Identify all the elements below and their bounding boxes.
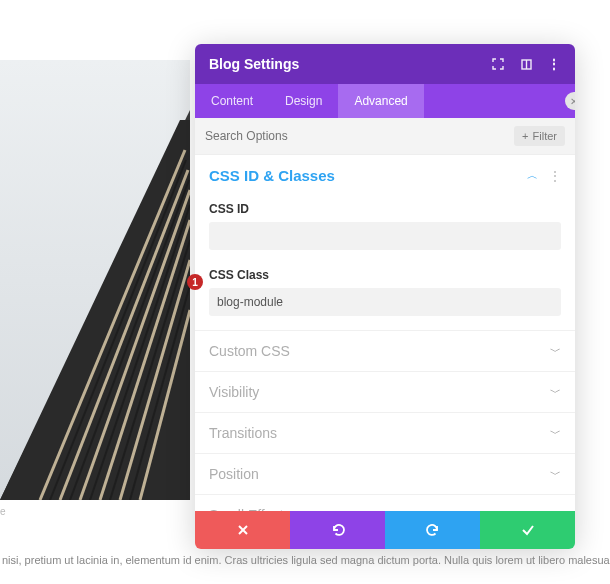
- plus-icon: +: [522, 130, 528, 142]
- filter-button[interactable]: + Filter: [514, 126, 565, 146]
- tabs: Content Design Advanced ✕: [195, 84, 575, 118]
- annotation-marker-1: 1: [187, 274, 203, 290]
- section-title: Custom CSS: [209, 343, 290, 359]
- section-css-id-classes: CSS ID & Classes ︿ ⋮ CSS ID CSS Class: [195, 155, 575, 331]
- css-class-label: CSS Class: [209, 268, 561, 282]
- css-id-label: CSS ID: [209, 202, 561, 216]
- css-id-input[interactable]: [209, 222, 561, 250]
- image-caption: e: [0, 506, 6, 517]
- chevron-down-icon: ﹀: [550, 385, 561, 400]
- chevron-down-icon: ﹀: [550, 467, 561, 482]
- section-header-custom-css[interactable]: Custom CSS ﹀: [195, 331, 575, 371]
- section-header-scroll-effects[interactable]: Scroll Effects ﹀: [195, 495, 575, 511]
- section-header-visibility[interactable]: Visibility ﹀: [195, 372, 575, 412]
- cancel-button[interactable]: [195, 511, 290, 549]
- section-title: Position: [209, 466, 259, 482]
- section-title: Visibility: [209, 384, 259, 400]
- section-header-position[interactable]: Position ﹀: [195, 454, 575, 494]
- background-photo: [0, 60, 190, 500]
- panel-title: Blog Settings: [209, 56, 491, 72]
- background-paragraph: nisi, pretium ut lacinia in, elementum i…: [0, 554, 610, 566]
- section-position: Position ﹀: [195, 454, 575, 495]
- filter-label: Filter: [533, 130, 557, 142]
- section-visibility: Visibility ﹀: [195, 372, 575, 413]
- undo-button[interactable]: [290, 511, 385, 549]
- tab-design[interactable]: Design: [269, 84, 338, 118]
- close-icon[interactable]: ✕: [565, 92, 575, 110]
- section-custom-css: Custom CSS ﹀: [195, 331, 575, 372]
- section-title: Transitions: [209, 425, 277, 441]
- panel-body: CSS ID & Classes ︿ ⋮ CSS ID CSS Class Cu…: [195, 155, 575, 511]
- search-bar: + Filter: [195, 118, 575, 155]
- panel-header: Blog Settings ⋮: [195, 44, 575, 84]
- settings-panel: Blog Settings ⋮ Content Design Advanced …: [195, 44, 575, 549]
- section-header-css-id-classes[interactable]: CSS ID & Classes ︿ ⋮: [195, 155, 575, 196]
- section-header-transitions[interactable]: Transitions ﹀: [195, 413, 575, 453]
- search-input[interactable]: [205, 129, 514, 143]
- section-transitions: Transitions ﹀: [195, 413, 575, 454]
- kebab-menu-icon[interactable]: ⋮: [547, 57, 561, 71]
- chevron-down-icon: ﹀: [550, 344, 561, 359]
- tab-content[interactable]: Content: [195, 84, 269, 118]
- section-title: CSS ID & Classes: [209, 167, 335, 184]
- kebab-icon[interactable]: ⋮: [548, 168, 561, 184]
- redo-button[interactable]: [385, 511, 480, 549]
- tab-advanced[interactable]: Advanced: [338, 84, 423, 118]
- chevron-up-icon: ︿: [527, 168, 538, 183]
- chevron-down-icon: ﹀: [550, 426, 561, 441]
- expand-icon[interactable]: [491, 57, 505, 71]
- section-scroll-effects: Scroll Effects ﹀: [195, 495, 575, 511]
- css-class-input[interactable]: [209, 288, 561, 316]
- snap-icon[interactable]: [519, 57, 533, 71]
- footer-actions: [195, 511, 575, 549]
- save-button[interactable]: [480, 511, 575, 549]
